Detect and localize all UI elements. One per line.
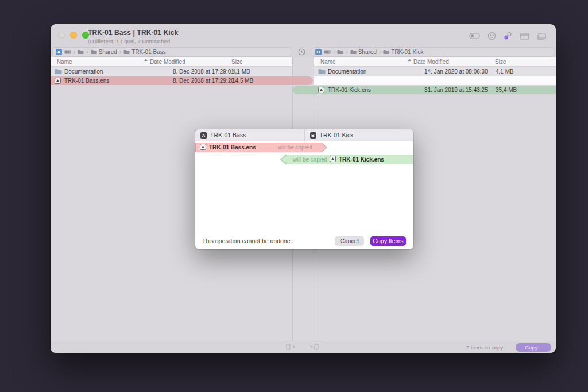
copy-items-button[interactable]: Copy Items (370, 236, 406, 246)
breadcrumb-label: Shared (99, 49, 117, 55)
copy-item-row-left[interactable]: will be copied TRK-01 Kick.ens (280, 155, 413, 164)
breadcrumb-root-folder[interactable] (337, 49, 343, 55)
folder-icon (318, 68, 326, 75)
breadcrumb-drive[interactable] (64, 49, 71, 55)
dialog-header-pane-a: A TRK-01 Bass (195, 129, 305, 141)
file-size: 4,1 MB (496, 68, 514, 75)
chevron-icon: › (74, 49, 75, 55)
column-header-size[interactable]: Size (231, 59, 242, 65)
file-row[interactable]: Documentation 14. Jan 2020 at 08:06:30 4… (314, 67, 556, 76)
chevron-icon: › (346, 49, 347, 55)
file-name: TRK-01 Bass.ens (64, 78, 109, 84)
ens-file-icon (330, 156, 336, 162)
copy-item-name: TRK-01 Kick.ens (339, 156, 384, 163)
close-window-button[interactable] (58, 32, 65, 39)
dialog-footer: This operation cannot be undone. Cancel … (195, 232, 413, 249)
file-date: 8. Dec 2018 at 17:29:20 (173, 78, 234, 84)
folder-icon (55, 68, 62, 75)
chevron-icon: › (379, 49, 381, 55)
folder-icon (91, 49, 97, 55)
file-size: 35,4 MB (496, 87, 517, 93)
dialog-header-pane-b: B TRK-01 Kick (305, 129, 414, 141)
dialog-header-label: TRK-01 Bass (210, 132, 246, 139)
file-name: Documentation (328, 68, 366, 75)
copy-item-note: will be copied (278, 144, 312, 151)
pane-a-badge: A (56, 49, 62, 55)
copy-button[interactable]: Copy... (516, 343, 551, 352)
file-row-unmatched[interactable]: TRK-01 Bass.ens 8. Dec 2018 at 17:29:20 … (51, 76, 313, 85)
folder-icon (78, 49, 84, 55)
column-header-size[interactable]: Size (495, 59, 506, 65)
title-block: TRK-01 Bass | TRK-01 Kick 0 Different, 1… (88, 29, 178, 44)
minimize-window-button[interactable] (70, 32, 77, 39)
statusbar: 2 items to copy Copy... (51, 341, 556, 353)
column-header-name[interactable]: Name (57, 59, 72, 65)
copy-item-row-right[interactable]: TRK-01 Bass.ens will be copied (195, 143, 327, 152)
folder-icon (383, 49, 389, 55)
items-to-copy-label: 2 items to copy (466, 344, 503, 351)
column-header-date[interactable]: Date Modified (150, 59, 185, 65)
comparison-summary: 0 Different, 1 Equal, 2 Unmatched (88, 38, 178, 44)
titlebar: TRK-01 Bass | TRK-01 Kick 0 Different, 1… (51, 24, 556, 47)
link-icon[interactable] (504, 32, 512, 40)
sort-ascending-icon (144, 59, 148, 61)
breadcrumb-pane-b: B › › Shared › TRK-01 Kick (312, 47, 554, 57)
empty-row (314, 76, 556, 85)
drive-icon (324, 49, 331, 55)
folder-icon (350, 49, 357, 55)
sort-ascending-icon (408, 59, 411, 61)
folder-icon (123, 49, 130, 55)
toggle-icon[interactable] (469, 33, 480, 39)
dialog-header: A TRK-01 Bass B TRK-01 Kick (195, 129, 413, 141)
pane-a-badge: A (200, 132, 207, 139)
pane-b-badge: B (310, 132, 316, 139)
file-date: 14. Jan 2020 at 08:06:30 (424, 68, 488, 75)
drive-icon (64, 49, 71, 55)
copy-item-name: TRK-01 Bass.ens (209, 144, 256, 151)
ens-file-icon (318, 87, 324, 93)
file-date: 31. Jan 2019 at 15:43:25 (424, 87, 488, 93)
dialog-header-label: TRK-01 Kick (320, 132, 354, 139)
breadcrumb-current-folder[interactable]: TRK-01 Kick (383, 49, 423, 55)
file-name: Documentation (64, 68, 103, 75)
column-header-name[interactable]: Name (320, 59, 336, 65)
file-size: 14,5 MB (232, 78, 253, 84)
folder-icon (337, 49, 343, 55)
file-date: 8. Dec 2018 at 17:29:01 (173, 68, 234, 75)
breadcrumb-drive[interactable] (324, 49, 331, 55)
window-icon[interactable] (520, 33, 529, 40)
folders-icon[interactable] (537, 32, 547, 40)
column-header-date[interactable]: Date Modified (413, 59, 449, 65)
breadcrumb-shared[interactable]: Shared (91, 49, 117, 55)
file-row-unmatched[interactable]: TRK-01 Kick.ens 31. Jan 2019 at 15:43:25… (293, 86, 556, 94)
ens-file-icon (55, 78, 61, 84)
copy-item-note: will be copied (293, 156, 327, 163)
window-title: TRK-01 Bass | TRK-01 Kick (88, 29, 178, 37)
toolbar (469, 32, 547, 40)
breadcrumb-root-folder[interactable] (78, 49, 84, 55)
pane-b-badge: B (315, 49, 322, 55)
column-header-row: Name Date Modified Size (51, 57, 292, 67)
copy-left-to-right-icon[interactable] (286, 344, 296, 351)
chevron-icon: › (119, 49, 121, 55)
breadcrumb-label: TRK-01 Kick (391, 49, 423, 55)
history-icon[interactable] (298, 48, 305, 56)
file-size: 4,1 MB (232, 68, 250, 75)
filter-icon[interactable] (488, 32, 496, 40)
chevron-icon: › (333, 49, 335, 55)
cancel-button[interactable]: Cancel (335, 236, 364, 246)
breadcrumb-pane-a: A › › Shared › TRK-01 Bass (52, 47, 291, 57)
breadcrumb-shared[interactable]: Shared (350, 49, 377, 55)
ens-file-icon (200, 144, 206, 150)
copy-confirmation-dialog: A TRK-01 Bass B TRK-01 Kick TRK-01 Bass.… (195, 129, 413, 249)
file-name: TRK-01 Kick.ens (328, 87, 371, 93)
breadcrumb-current-folder[interactable]: TRK-01 Bass (123, 49, 165, 55)
copy-right-to-left-icon[interactable] (309, 344, 319, 351)
column-header-row: Name Date Modified Size (314, 57, 556, 67)
breadcrumb-label: Shared (358, 49, 377, 55)
warning-text: This operation cannot be undone. (202, 237, 292, 244)
file-row[interactable]: Documentation 8. Dec 2018 at 17:29:01 4,… (51, 67, 292, 76)
chevron-icon: › (86, 49, 88, 55)
breadcrumb-label: TRK-01 Bass (131, 49, 165, 55)
